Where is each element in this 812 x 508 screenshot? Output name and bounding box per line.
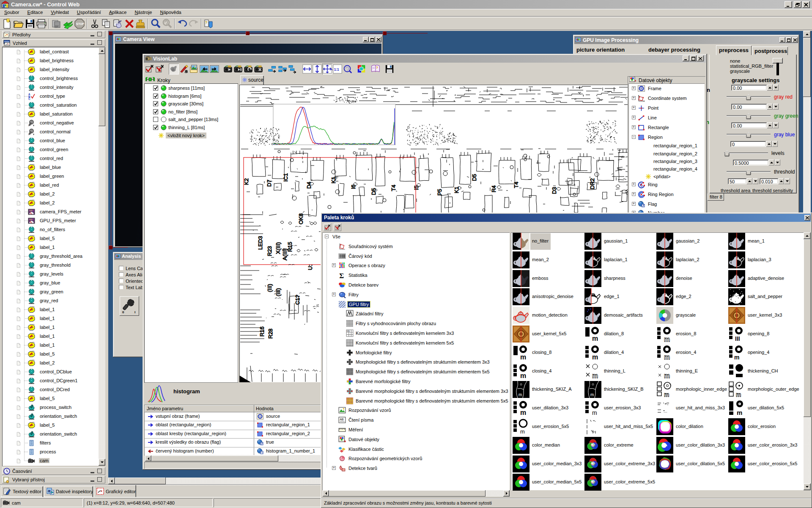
svg-text:m: m <box>520 372 526 379</box>
svg-text:R4: R4 <box>491 185 497 193</box>
svg-text:?: ? <box>376 66 378 70</box>
svg-text:m: m <box>518 392 522 397</box>
svg-text:R28: R28 <box>267 329 274 339</box>
svg-text:X(III): X(III) <box>275 242 281 254</box>
svg-text:IC1: IC1 <box>283 173 289 182</box>
svg-text:m: m <box>737 409 742 416</box>
svg-text:0: 0 <box>122 310 124 314</box>
svg-text:D3: D3 <box>551 187 557 194</box>
svg-text:I6: I6 <box>350 185 357 189</box>
svg-text:0 1: 0 1 <box>347 330 350 332</box>
svg-text:m: m <box>592 353 598 361</box>
svg-text:I5: I5 <box>413 185 420 190</box>
svg-text:m: m <box>592 335 598 342</box>
svg-text:T4: T4 <box>513 182 519 188</box>
svg-text:m: m <box>592 409 597 416</box>
svg-text:T4: T4 <box>390 185 397 191</box>
svg-text:AB: AB <box>340 418 344 421</box>
svg-text:(III): (III) <box>266 284 273 293</box>
svg-text:K1: K1 <box>453 187 460 193</box>
svg-text:m: m <box>734 354 739 361</box>
svg-text:m: m <box>664 353 670 361</box>
svg-text:K2: K2 <box>243 178 250 185</box>
svg-text:LED3: LED3 <box>257 236 263 250</box>
svg-text:m: m <box>664 336 670 342</box>
svg-text:III: III <box>735 335 740 342</box>
svg-text:m: m <box>590 392 594 397</box>
svg-text:DR2: DR2 <box>589 178 595 189</box>
svg-text:?: ? <box>205 20 208 25</box>
svg-text:m: m <box>520 409 526 416</box>
svg-text:1:1: 1:1 <box>334 67 339 72</box>
svg-text:m: m <box>664 391 669 398</box>
svg-text:m: m <box>592 372 598 379</box>
svg-text:m: m <box>664 372 670 379</box>
svg-text:OK8: OK8 <box>298 213 304 224</box>
svg-text:m: m <box>736 391 741 398</box>
svg-text:m: m <box>520 428 525 435</box>
svg-text:I: I <box>134 310 135 314</box>
svg-text:D5: D5 <box>471 174 477 181</box>
svg-text:D7: D7 <box>266 179 272 187</box>
svg-text:R23: R23 <box>266 246 273 256</box>
svg-text:m: m <box>520 353 526 361</box>
svg-text:U:: U: <box>307 265 313 270</box>
svg-text:(III): (III) <box>275 288 281 297</box>
svg-text:K1: K1 <box>330 177 337 183</box>
svg-text:Σ: Σ <box>339 272 344 279</box>
svg-text:STOP: STOP <box>76 22 84 25</box>
svg-text:a: a <box>48 489 50 493</box>
